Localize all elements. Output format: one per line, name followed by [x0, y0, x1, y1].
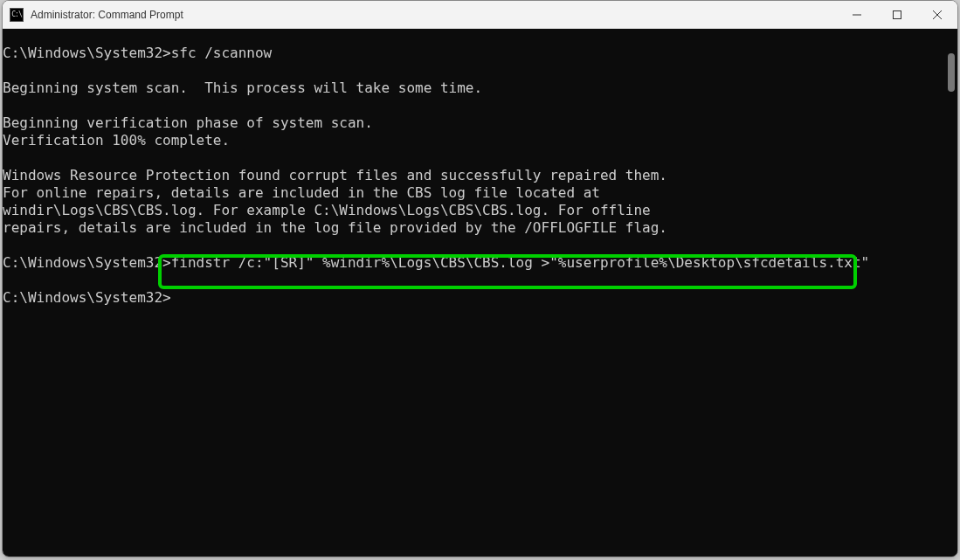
output-line: Beginning verification phase of system s… — [3, 114, 373, 131]
command-text: sfc /scannow — [171, 45, 273, 61]
terminal-container: C:\Windows\System32>sfc /scannow Beginni… — [3, 29, 957, 557]
output-line: Verification 100% complete. — [3, 132, 230, 149]
output-line: repairs, details are included in the log… — [3, 219, 667, 236]
output-line: windir\Logs\CBS\CBS.log. For example C:\… — [3, 202, 651, 218]
prompt: C:\Windows\System32> — [3, 45, 171, 61]
titlebar[interactable]: C:\ Administrator: Command Prompt — [3, 1, 957, 29]
vertical-scrollbar[interactable] — [943, 29, 957, 557]
window-controls — [837, 1, 957, 28]
minimize-button[interactable] — [837, 1, 877, 28]
maximize-button[interactable] — [877, 1, 917, 28]
scroll-thumb[interactable] — [948, 53, 955, 92]
close-icon — [933, 10, 942, 19]
cmd-icon: C:\ — [10, 8, 24, 22]
command-text: findstr /c:"[SR]" %windir%\Logs\CBS\CBS.… — [171, 254, 870, 271]
output-line: Windows Resource Protection found corrup… — [3, 167, 667, 183]
output-line: Beginning system scan. This process will… — [3, 80, 482, 96]
command-prompt-window: C:\ Administrator: Command Prompt C:\Win… — [2, 0, 958, 557]
close-button[interactable] — [917, 1, 957, 28]
svg-rect-1 — [894, 10, 901, 18]
maximize-icon — [893, 10, 901, 19]
output-line: For online repairs, details are included… — [3, 184, 600, 201]
prompt: C:\Windows\System32> — [3, 289, 171, 306]
minimize-icon — [853, 10, 861, 19]
titlebar-left: C:\ Administrator: Command Prompt — [10, 8, 183, 22]
window-title: Administrator: Command Prompt — [31, 9, 183, 21]
prompt: C:\Windows\System32> — [3, 254, 171, 271]
terminal-output[interactable]: C:\Windows\System32>sfc /scannow Beginni… — [3, 29, 957, 557]
